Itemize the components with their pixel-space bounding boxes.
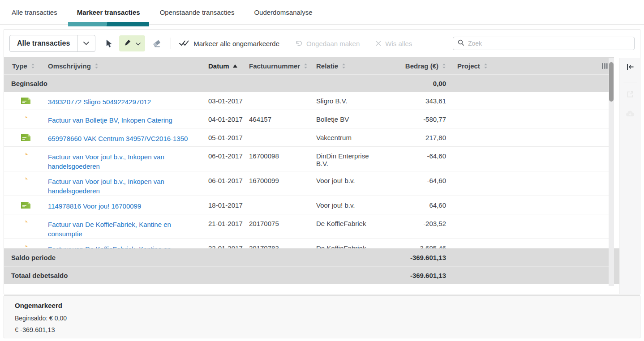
transaction-date: 18-01-2017 — [204, 196, 245, 209]
totaal-debetsaldo-label: Totaal debetsaldo — [4, 272, 204, 279]
undo-label: Ongedaan maken — [306, 40, 360, 47]
vertical-scrollbar-thumb[interactable] — [609, 62, 614, 102]
open-external-button[interactable] — [626, 90, 634, 100]
transactions-panel: Alle transacties — [4, 29, 640, 294]
table-row[interactable]: Factuur van Voor jou! b.v., Inkopen vanh… — [4, 171, 614, 196]
saldo-periode-row: Saldo periode -369.601,13 — [4, 248, 614, 266]
table-row[interactable]: 349320772 Sligro 5049224297012 03-01-201… — [4, 92, 614, 110]
tab-openstaande-transacties[interactable]: Openstaande transacties — [160, 0, 235, 25]
transaction-date: 22-01-2017 — [204, 239, 245, 248]
transaction-invoice-number: 20170783 — [245, 239, 312, 248]
transaction-description-link[interactable]: 659978660 VAK Centrum 34957/VC2016-1350 — [44, 128, 204, 143]
transaction-description-link[interactable]: Factuur van Bolletje BV, Inkopen Caterin… — [44, 110, 204, 125]
transaction-type-cell — [4, 92, 44, 104]
tab-ouderdomsanalyse[interactable]: Ouderdomsanalyse — [254, 0, 312, 25]
transaction-relation: Voor jou! b.v. — [312, 196, 379, 209]
transaction-invoice-number: 16700098 — [245, 147, 312, 160]
clear-all-button[interactable]: Wis alles — [376, 40, 412, 47]
transaction-relation: Bolletje BV — [312, 110, 379, 123]
transaction-project — [446, 239, 509, 244]
search-icon — [458, 39, 464, 48]
transaction-date: 21-01-2017 — [204, 214, 245, 227]
table-row[interactable]: Factuur van Voor jou! b.v., Inkopen vanh… — [4, 147, 614, 171]
table-row[interactable]: Factuur van De KoffieFabriek, Kantine en… — [4, 214, 614, 239]
summary-total: € -369.601,13 — [15, 326, 629, 333]
close-icon — [376, 40, 381, 47]
transaction-description-link[interactable]: Factuur van De KoffieFabriek, Kantine en… — [44, 239, 204, 248]
column-header-datum[interactable]: Datum — [204, 62, 245, 70]
row-filler — [509, 214, 614, 220]
transaction-type-cell — [4, 171, 44, 186]
transaction-project — [446, 92, 509, 97]
transaction-amount: -3.695,46 — [379, 239, 446, 248]
transaction-description-link[interactable]: Factuur van De KoffieFabriek, Kantine en… — [44, 214, 204, 239]
summary-title: Ongemarkeerd — [15, 302, 629, 309]
chevron-down-icon — [136, 39, 141, 47]
row-filler — [509, 128, 614, 134]
transaction-invoice-number: 16700099 — [245, 171, 312, 184]
transaction-type-cell — [4, 128, 44, 141]
table-row[interactable]: Factuur van Bolletje BV, Inkopen Caterin… — [4, 110, 614, 128]
transaction-description-link[interactable]: Factuur van Voor jou! b.v., Inkopen vanh… — [44, 147, 204, 171]
toolbar: Alle transacties — [4, 30, 640, 57]
select-cursor-icon[interactable] — [104, 39, 113, 48]
column-header-factuurnummer[interactable]: Factuurnummer — [245, 62, 312, 70]
column-header-bedrag[interactable]: Bedrag (€) — [379, 62, 446, 70]
collapse-panel-button[interactable] — [626, 64, 635, 72]
transaction-date: 05-01-2017 — [204, 128, 245, 141]
sort-icon — [484, 63, 488, 69]
totaal-debetsaldo-row: Totaal debetsaldo -369.601,13 — [4, 266, 614, 284]
transaction-relation: De KoffieFabriek — [312, 214, 379, 227]
eraser-icon[interactable] — [152, 39, 162, 48]
transaction-amount: -64,60 — [379, 147, 446, 160]
table-row[interactable]: 114978816 Voor jou! 16700099 18-01-2017 … — [4, 196, 614, 214]
beginsaldo-amount: 0,00 — [379, 80, 446, 87]
undo-button[interactable]: Ongedaan maken — [296, 40, 360, 47]
filter-selected-value: Alle transacties — [10, 35, 77, 51]
table-row[interactable]: 659978660 VAK Centrum 34957/VC2016-1350 … — [4, 128, 614, 147]
row-filler — [509, 92, 614, 97]
column-header-project[interactable]: Project — [446, 62, 509, 70]
transaction-relation: DinDin Enterprise B.V. — [312, 147, 379, 167]
tab-alle-transacties[interactable]: Alle transacties — [12, 0, 57, 25]
bank-transaction-icon — [21, 202, 30, 209]
sort-icon — [94, 63, 99, 69]
transaction-description-link[interactable]: 349320772 Sligro 5049224297012 — [44, 92, 204, 107]
download-button[interactable] — [626, 110, 635, 119]
vertical-scrollbar-track[interactable] — [609, 58, 614, 286]
clear-all-label: Wis alles — [385, 40, 412, 47]
column-chooser-icon — [602, 63, 608, 69]
tab-markeer-transacties[interactable]: Markeer transacties — [77, 0, 140, 25]
transaction-description-link[interactable]: Factuur van Voor jou! b.v., Inkopen vanh… — [44, 171, 204, 196]
table-header: Type Omschrijving Datum Factuurnummer Re… — [4, 57, 614, 74]
transaction-date: 06-01-2017 — [204, 171, 245, 184]
transaction-amount: -203,52 — [379, 214, 446, 227]
saldo-periode-label: Saldo periode — [4, 254, 204, 261]
transaction-amount: -64,60 — [379, 171, 446, 184]
bank-transaction-icon — [21, 134, 30, 141]
transaction-date: 03-01-2017 — [204, 92, 245, 105]
transaction-amount: 343,61 — [379, 92, 446, 105]
chevron-down-icon — [77, 35, 95, 51]
search-box — [453, 37, 635, 50]
column-header-omschrijving[interactable]: Omschrijving — [44, 62, 204, 70]
rail-divider — [623, 82, 637, 82]
table-row[interactable]: Factuur van De KoffieFabriek, Kantine en… — [4, 239, 614, 248]
column-header-type[interactable]: Type — [4, 62, 44, 70]
transaction-description-link[interactable]: 114978816 Voor jou! 16700099 — [44, 196, 204, 211]
transaction-invoice-number — [245, 196, 312, 201]
marker-pen-icon — [124, 38, 132, 48]
mark-all-unmarked-button[interactable]: Markeer alle ongemarkeerde — [179, 40, 279, 47]
transaction-type-cell — [4, 196, 44, 209]
search-input[interactable] — [468, 40, 630, 47]
transaction-filter-dropdown[interactable]: Alle transacties — [9, 35, 95, 52]
marker-tool-button[interactable] — [119, 35, 145, 51]
transaction-type-cell — [4, 214, 44, 229]
beginsaldo-row: Beginsaldo 0,00 — [4, 74, 614, 92]
saldo-periode-amount: -369.601,13 — [379, 254, 446, 261]
column-header-relatie[interactable]: Relatie — [312, 62, 379, 70]
transaction-relation: Sligro B.V. — [312, 92, 379, 105]
sort-icon — [442, 63, 446, 69]
column-chooser-button[interactable] — [509, 63, 614, 69]
row-filler — [509, 171, 614, 177]
